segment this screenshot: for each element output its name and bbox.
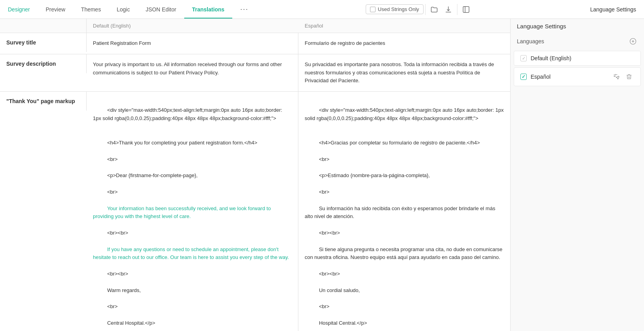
sidebar-languages-title: Languages bbox=[517, 38, 544, 44]
nav-preview[interactable]: Preview bbox=[38, 0, 73, 18]
list-item: ✓ Default (English) bbox=[514, 51, 641, 66]
nav-folder-icon[interactable] bbox=[427, 2, 441, 17]
translation-table: Survey title Patient Registration Form F… bbox=[0, 33, 510, 331]
row-label-survey-description: Survey description bbox=[0, 54, 87, 73]
nav-book-icon[interactable] bbox=[459, 2, 473, 17]
sidebar-header: Languages bbox=[511, 32, 644, 51]
top-navigation: Designer Preview Themes Logic JSON Edito… bbox=[0, 0, 644, 19]
spanish-col-header: Español bbox=[298, 19, 510, 33]
language-actions bbox=[611, 72, 634, 82]
nav-language-settings[interactable]: Language Settings bbox=[582, 0, 644, 18]
add-language-button[interactable] bbox=[628, 37, 638, 46]
sidebar-section-title: Language Settings bbox=[511, 19, 644, 32]
label-col-header bbox=[0, 19, 87, 33]
row-cell-spanish-survey-title[interactable]: Formulario de registro de pacientes bbox=[298, 33, 510, 54]
nav-download-icon[interactable] bbox=[441, 2, 455, 17]
nav-logic[interactable]: Logic bbox=[109, 0, 137, 18]
row-cell-default-thank-you[interactable]: <div style="max-width:540px;text-align:l… bbox=[87, 92, 298, 331]
nav-designer[interactable]: Designer bbox=[0, 0, 38, 18]
table-row: Survey title Patient Registration Form F… bbox=[0, 33, 510, 54]
nav-sep-2 bbox=[457, 4, 457, 15]
content-area: Default (English) Español Survey title P… bbox=[0, 19, 510, 331]
row-label-survey-title: Survey title bbox=[0, 33, 87, 52]
nav-sep-1 bbox=[425, 4, 426, 15]
nav-translations[interactable]: Translations bbox=[184, 0, 232, 18]
default-col-header: Default (English) bbox=[87, 19, 298, 33]
delete-language-button[interactable] bbox=[624, 72, 634, 82]
table-row: Survey description Your privacy is impor… bbox=[0, 54, 510, 92]
table-row: "Thank You" page markup <div style="max-… bbox=[0, 92, 510, 331]
language-name-default: Default (English) bbox=[531, 55, 634, 61]
row-cell-spanish-survey-description[interactable]: Su privacidad es importante para nosotro… bbox=[298, 54, 510, 91]
language-name-espanol: Español bbox=[531, 74, 607, 80]
translate-language-button[interactable] bbox=[611, 72, 622, 82]
used-strings-label: Used Strings Only bbox=[378, 6, 419, 12]
row-cell-spanish-thank-you[interactable]: <div style="max-width:540px;text-align:l… bbox=[298, 92, 510, 331]
svg-rect-0 bbox=[463, 6, 469, 12]
column-headers: Default (English) Español bbox=[0, 19, 510, 33]
used-strings-toggle[interactable]: Used Strings Only bbox=[366, 4, 424, 14]
check-icon-gray: ✓ bbox=[522, 56, 526, 61]
list-item: ✓ Español bbox=[514, 67, 641, 86]
nav-themes[interactable]: Themes bbox=[73, 0, 109, 18]
right-sidebar: Language Settings Languages ✓ Default (E… bbox=[510, 19, 644, 331]
row-label-thank-you: "Thank You" page markup bbox=[0, 92, 87, 111]
language-checkbox-espanol[interactable]: ✓ bbox=[520, 74, 527, 80]
language-checkbox-default[interactable]: ✓ bbox=[520, 55, 527, 61]
main-layout: Default (English) Español Survey title P… bbox=[0, 19, 644, 331]
row-cell-default-survey-description[interactable]: Your privacy is important to us. All inf… bbox=[87, 54, 298, 91]
check-icon-green: ✓ bbox=[522, 74, 526, 80]
used-strings-checkbox bbox=[370, 7, 376, 12]
nav-more-button[interactable]: ··· bbox=[232, 0, 256, 18]
row-cell-default-survey-title[interactable]: Patient Registration Form bbox=[87, 33, 298, 54]
nav-json-editor[interactable]: JSON Editor bbox=[138, 0, 184, 18]
